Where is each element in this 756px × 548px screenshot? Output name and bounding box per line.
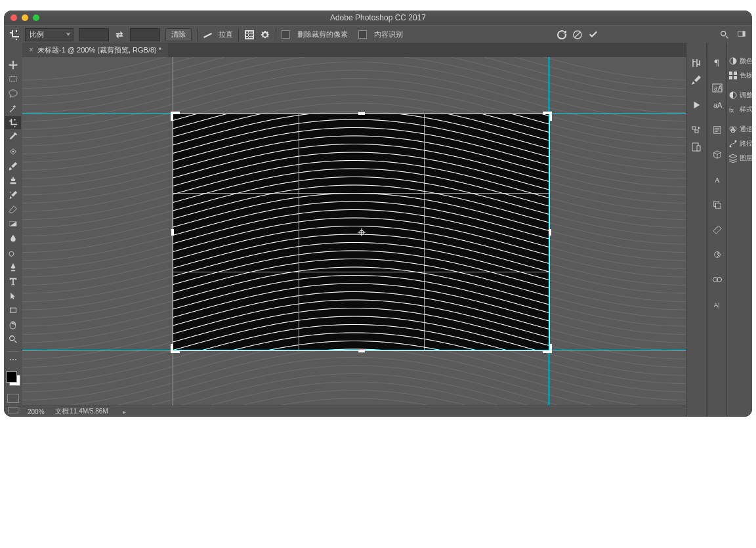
foreground-color-swatch[interactable]	[6, 371, 17, 383]
adjustments-panel-tab[interactable]: 调整	[726, 89, 753, 102]
minimize-window-button[interactable]	[22, 14, 28, 21]
eraser-tool[interactable]	[5, 203, 21, 216]
brush-tool[interactable]	[5, 159, 21, 173]
swap-dimensions-icon[interactable]	[114, 30, 125, 40]
layer-comps-icon[interactable]	[710, 198, 724, 212]
history-brush-tool[interactable]	[5, 188, 21, 201]
canvas[interactable]	[22, 57, 686, 406]
swatches-panel-tab[interactable]: 色板	[726, 69, 753, 82]
svg-rect-22	[697, 146, 700, 151]
svg-rect-41	[729, 76, 732, 79]
zoom-level[interactable]: 200%	[28, 408, 45, 415]
move-tool[interactable]	[5, 58, 21, 72]
crop-tool-icon	[9, 30, 20, 40]
crop-handle-left[interactable]	[171, 229, 174, 236]
zoom-tool[interactable]	[5, 333, 21, 346]
swatches-panel-icon	[728, 71, 738, 80]
color-panel-icon	[728, 56, 738, 66]
status-flyout-icon[interactable]: ▸	[123, 408, 126, 415]
maximize-window-button[interactable]	[33, 14, 39, 21]
crop-width-field[interactable]	[79, 28, 109, 41]
eyedropper-tool[interactable]	[5, 131, 21, 144]
history-icon[interactable]	[689, 123, 704, 137]
content-aware-checkbox[interactable]	[358, 30, 367, 39]
crop-handle-corner[interactable]	[543, 344, 552, 353]
paths-panel-icon	[728, 139, 738, 148]
straighten-icon[interactable]	[203, 30, 213, 40]
lasso-tool[interactable]	[5, 87, 21, 100]
commit-crop-icon[interactable]	[588, 30, 598, 40]
content-aware-label: 内容识别	[374, 30, 403, 39]
type-tool[interactable]	[5, 275, 21, 288]
magic-wand-tool[interactable]	[5, 102, 21, 115]
crop-handle-bottom[interactable]	[358, 350, 365, 352]
plugin-icon[interactable]	[710, 247, 724, 262]
search-icon[interactable]	[719, 30, 730, 40]
align-icon[interactable]: A|	[710, 297, 724, 312]
crop-handle-corner[interactable]	[171, 112, 180, 121]
app-window: Adobe Photoshop CC 2017 比例 清除 拉直 删除裁剪的像素…	[4, 11, 752, 417]
foreground-background-colors[interactable]	[6, 371, 20, 386]
measure-icon[interactable]	[710, 222, 724, 237]
crop-handle-top[interactable]	[358, 112, 365, 115]
path-selection-tool[interactable]	[5, 289, 21, 303]
layers-panel-tab[interactable]: 图层	[726, 152, 753, 165]
pen-tool[interactable]	[5, 261, 21, 274]
rectangular-marquee-tool[interactable]	[5, 73, 21, 86]
gradient-tool[interactable]	[5, 217, 21, 230]
layers-panel-icon	[728, 154, 738, 163]
rectangle-tool[interactable]	[5, 304, 21, 317]
color-panel-tab[interactable]: 颜色	[726, 54, 753, 68]
crop-tool[interactable]	[5, 116, 21, 129]
document-tab[interactable]: × 未标题-1 @ 200% (裁剪预览, RGB/8) *	[22, 43, 168, 57]
crop-settings-gear-icon[interactable]	[260, 30, 270, 40]
svg-line-1	[575, 32, 580, 37]
crop-handle-right[interactable]	[549, 229, 551, 236]
clone-stamp-tool[interactable]	[5, 174, 21, 187]
crop-handle-corner[interactable]	[543, 112, 552, 121]
reset-crop-icon[interactable]	[556, 30, 567, 40]
spot-healing-tool[interactable]	[5, 145, 21, 158]
cancel-crop-icon[interactable]	[572, 30, 583, 40]
paths-panel-tab[interactable]: 路径	[726, 137, 753, 150]
character-styles-icon[interactable]: aA	[710, 98, 724, 112]
play-icon[interactable]	[689, 98, 704, 112]
delete-cropped-pixels-checkbox[interactable]	[282, 30, 290, 39]
options-bar: 比例 清除 拉直 删除裁剪的像素 内容识别	[4, 25, 752, 44]
title-bar[interactable]: Adobe Photoshop CC 2017	[4, 11, 752, 25]
channels-panel-tab[interactable]: 通道	[726, 123, 753, 136]
svg-rect-33	[715, 203, 721, 208]
edit-toolbar-button[interactable]: ⋯	[5, 353, 21, 366]
adjust-presets-icon[interactable]	[689, 56, 704, 70]
device-preview-icon[interactable]	[689, 140, 704, 154]
crop-rectangle[interactable]	[173, 114, 550, 351]
document-info[interactable]: 文档:11.4M/5.86M	[55, 407, 108, 416]
status-bar: 200% 文档:11.4M/5.86M ▸	[22, 406, 686, 417]
brushes-icon[interactable]	[689, 73, 704, 87]
screen-mode-switcher[interactable]	[8, 407, 18, 413]
svg-rect-11	[10, 308, 16, 312]
aspect-ratio-dropdown[interactable]: 比例	[25, 28, 74, 41]
cc-libraries-icon[interactable]	[710, 272, 724, 287]
svg-rect-19	[692, 127, 696, 129]
crop-handle-corner[interactable]	[171, 344, 180, 353]
app-title: Adobe Photoshop CC 2017	[330, 13, 426, 22]
overlay-options-icon[interactable]	[244, 30, 255, 40]
close-tab-icon[interactable]: ×	[29, 45, 33, 54]
workspace-switcher-icon[interactable]	[736, 30, 747, 40]
document-tab-bar: × 未标题-1 @ 200% (裁剪预览, RGB/8) *	[22, 43, 727, 58]
dodge-tool[interactable]	[5, 246, 21, 259]
clear-ratio-button[interactable]: 清除	[165, 28, 192, 41]
notes-icon[interactable]	[710, 123, 724, 137]
blur-tool[interactable]	[5, 232, 21, 245]
crop-height-field[interactable]	[130, 28, 160, 41]
quick-mask-toggle[interactable]	[7, 394, 19, 403]
glyphs-icon[interactable]: aA	[710, 81, 724, 95]
hand-tool[interactable]	[5, 318, 21, 331]
svg-text:A: A	[718, 85, 723, 92]
close-window-button[interactable]	[10, 14, 17, 21]
styles-panel-tab[interactable]: fx样式	[726, 103, 753, 116]
cube-3d-icon[interactable]	[710, 148, 724, 162]
paragraph-icon[interactable]	[710, 56, 724, 70]
type-panel-icon[interactable]: A	[710, 173, 724, 187]
